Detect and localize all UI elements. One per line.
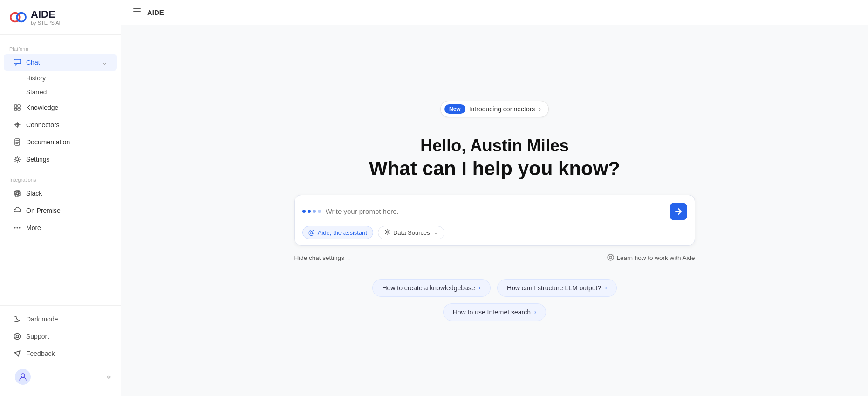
hide-settings-button[interactable]: Hide chat settings ⌄	[294, 254, 351, 261]
new-connectors-banner[interactable]: New Introducing connectors ›	[440, 101, 549, 117]
data-sources-chip[interactable]: Data Sources ⌄	[378, 226, 444, 239]
sidebar-nav: Platform Chat ⌄ History Starred Knowledg…	[0, 35, 121, 305]
chat-send-button[interactable]	[670, 203, 687, 220]
sidebar-item-slack[interactable]: Slack	[4, 185, 117, 202]
support-icon	[13, 332, 21, 341]
data-sources-chevron-icon: ⌄	[434, 229, 438, 236]
svg-point-10	[14, 227, 16, 229]
learn-label: Learn how to work with Aide	[616, 254, 695, 261]
feedback-icon	[13, 349, 21, 358]
sidebar: AIDE by STEPS AI Platform Chat ⌄ History…	[0, 0, 121, 396]
on-premise-label: On Premise	[26, 207, 61, 214]
more-label: More	[26, 224, 41, 232]
suggestion-row-1: How to create a knowledgebase › How can …	[372, 279, 616, 297]
svg-point-21	[609, 256, 612, 259]
suggestion-chip-2[interactable]: How can I structure LLM output? ›	[497, 279, 617, 297]
support-label: Support	[26, 333, 49, 340]
sidebar-item-chat[interactable]: Chat ⌄	[4, 54, 117, 71]
sidebar-item-documentation[interactable]: Documentation	[4, 134, 117, 150]
svg-point-1	[17, 13, 26, 22]
platform-label: Platform	[0, 42, 121, 54]
suggestion-chevron-1: ›	[479, 284, 481, 291]
chat-input-box: @ Aide, the assistant Data Sources ⌄	[294, 195, 695, 246]
suggestion-chip-3[interactable]: How to use Internet search ›	[443, 303, 547, 321]
top-bar-title: AIDE	[147, 8, 164, 16]
hide-settings-label: Hide chat settings	[294, 254, 344, 261]
svg-point-12	[19, 227, 21, 229]
slack-icon	[13, 189, 21, 198]
chat-icon	[13, 58, 21, 67]
chat-chevron-icon: ⌄	[102, 59, 108, 66]
greeting-sub: What can I help you know?	[369, 157, 620, 180]
suggestion-chevron-3: ›	[534, 308, 536, 315]
suggestion-chip-1[interactable]: How to create a knowledgebase ›	[372, 279, 491, 297]
docs-icon	[13, 138, 21, 146]
app-subtitle: by STEPS AI	[31, 20, 61, 26]
at-icon: @	[308, 229, 315, 236]
top-bar: AIDE	[121, 0, 868, 25]
svg-rect-6	[18, 108, 20, 110]
chat-area: New Introducing connectors › Hello, Aust…	[121, 25, 868, 396]
feedback-label: Feedback	[26, 350, 55, 357]
connectors-label: Connectors	[26, 121, 60, 129]
svg-rect-17	[133, 11, 141, 12]
svg-point-9	[16, 158, 19, 161]
knowledge-label: Knowledge	[26, 104, 58, 111]
connectors-icon	[13, 121, 21, 129]
documentation-label: Documentation	[26, 138, 70, 146]
app-name: AIDE	[31, 9, 61, 20]
settings-label: Settings	[26, 156, 50, 163]
suggestion-text-3: How to use Internet search	[453, 308, 531, 316]
logo-area: AIDE by STEPS AI	[0, 0, 121, 35]
expand-icon[interactable]: ⋄	[103, 370, 115, 384]
history-label: History	[26, 75, 46, 82]
sidebar-bottom: Dark mode Support Feedback ⋄	[0, 305, 121, 396]
moon-icon	[13, 315, 21, 323]
settings-circle-icon	[607, 254, 614, 262]
sidebar-item-knowledge[interactable]: Knowledge	[4, 99, 117, 116]
svg-rect-5	[14, 108, 17, 110]
slack-label: Slack	[26, 190, 42, 197]
suggestion-text-2: How can I structure LLM output?	[507, 284, 601, 292]
sidebar-item-support[interactable]: Support	[4, 328, 117, 345]
sidebar-item-history[interactable]: History	[4, 71, 117, 85]
svg-point-15	[21, 374, 25, 377]
sidebar-item-feedback[interactable]: Feedback	[4, 345, 117, 362]
suggestion-row-2: How to use Internet search ›	[443, 303, 547, 321]
svg-point-11	[17, 227, 18, 229]
assistant-chip[interactable]: @ Aide, the assistant	[302, 226, 373, 239]
starred-label: Starred	[26, 89, 47, 96]
chat-input[interactable]	[326, 207, 665, 215]
hide-chevron-icon: ⌄	[347, 255, 351, 261]
suggestion-chips: How to create a knowledgebase › How can …	[294, 279, 695, 321]
svg-rect-4	[18, 105, 20, 107]
banner-badge: New	[444, 104, 465, 114]
sidebar-item-chat-label: Chat	[26, 59, 40, 66]
assistant-chip-label: Aide, the assistant	[318, 229, 367, 236]
svg-rect-2	[14, 59, 21, 64]
cloud-icon	[13, 206, 21, 215]
sidebar-item-settings[interactable]: Settings	[4, 151, 117, 168]
gear-chip-icon	[384, 229, 390, 237]
sidebar-toggle-icon[interactable]	[132, 7, 142, 18]
svg-rect-3	[14, 105, 17, 107]
chat-input-row	[302, 203, 687, 220]
user-avatar[interactable]	[15, 369, 31, 385]
chat-dots-icon	[302, 210, 321, 213]
learn-link[interactable]: Learn how to work with Aide	[607, 254, 695, 262]
sidebar-item-on-premise[interactable]: On Premise	[4, 202, 117, 219]
more-icon	[13, 224, 21, 232]
main-content: AIDE New Introducing connectors › Hello,…	[121, 0, 868, 396]
banner-text: Introducing connectors	[469, 105, 535, 113]
sidebar-item-more[interactable]: More	[4, 219, 117, 236]
sidebar-item-starred[interactable]: Starred	[4, 85, 117, 99]
greeting-hello: Hello, Austin Miles	[369, 136, 620, 156]
sidebar-item-dark-mode[interactable]: Dark mode	[4, 311, 117, 328]
data-sources-label: Data Sources	[393, 229, 430, 236]
sidebar-item-connectors[interactable]: Connectors	[4, 116, 117, 133]
chat-settings-row: Hide chat settings ⌄ Learn how to work w…	[294, 254, 695, 262]
sidebar-footer: ⋄	[0, 362, 121, 391]
suggestion-text-1: How to create a knowledgebase	[382, 284, 475, 292]
dark-mode-label: Dark mode	[26, 315, 58, 323]
svg-rect-16	[133, 8, 141, 9]
